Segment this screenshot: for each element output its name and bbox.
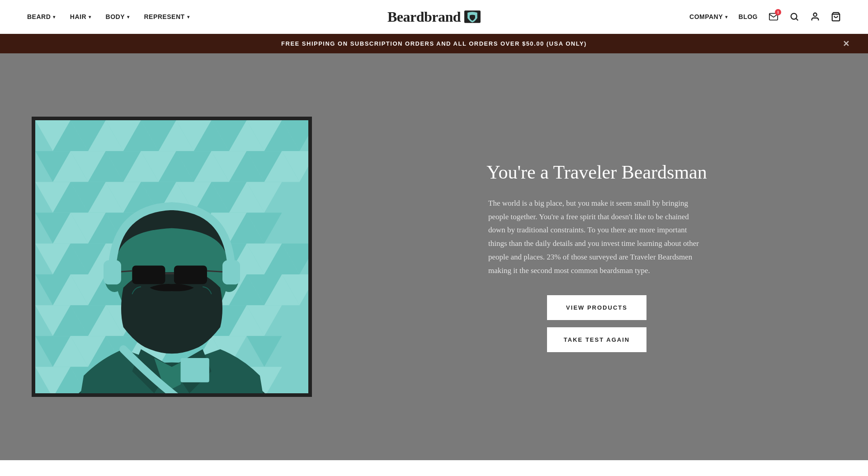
svg-rect-127 bbox=[180, 358, 209, 382]
beardbrand-logo-icon bbox=[464, 10, 481, 23]
result-description: The world is a big place, but you make i… bbox=[488, 197, 705, 278]
result-title: You're a Traveler Beardsman bbox=[486, 161, 707, 183]
cart-icon-button[interactable] bbox=[831, 12, 841, 22]
character-image-wrapper bbox=[32, 117, 312, 397]
nav-hair[interactable]: HAIR ▾ bbox=[70, 13, 91, 20]
nav-blog[interactable]: BLOG bbox=[739, 13, 758, 20]
take-test-again-button[interactable]: TAKE TEST AGAIN bbox=[547, 327, 646, 352]
svg-point-1 bbox=[791, 14, 797, 19]
account-icon-button[interactable] bbox=[810, 12, 820, 22]
character-illustration bbox=[35, 120, 308, 393]
main-content: You're a Traveler Beardsman The world is… bbox=[0, 53, 868, 460]
svg-point-3 bbox=[813, 13, 816, 16]
chevron-company-icon: ▾ bbox=[725, 14, 728, 19]
nav-beard[interactable]: BEARD ▾ bbox=[27, 13, 56, 20]
character-image-panel bbox=[0, 53, 344, 460]
site-logo[interactable]: Beardbrand bbox=[387, 9, 481, 25]
nav-left: BEARD ▾ HAIR ▾ BODY ▾ REPRESENT ▾ bbox=[27, 13, 189, 20]
svg-rect-133 bbox=[174, 265, 207, 284]
svg-rect-138 bbox=[222, 260, 240, 285]
chevron-hair-icon: ▾ bbox=[89, 14, 91, 19]
view-products-button[interactable]: VIEW PRODUCTS bbox=[547, 295, 646, 320]
svg-rect-137 bbox=[104, 260, 121, 285]
nav-right: COMPANY ▾ BLOG 1 bbox=[689, 12, 841, 22]
svg-line-2 bbox=[796, 19, 798, 20]
promo-close-button[interactable]: ✕ bbox=[843, 39, 850, 49]
nav-company[interactable]: COMPANY ▾ bbox=[689, 13, 728, 20]
search-icon-button[interactable] bbox=[789, 12, 799, 22]
email-icon-button[interactable]: 1 bbox=[769, 12, 778, 22]
chevron-represent-icon: ▾ bbox=[187, 14, 190, 19]
action-buttons: VIEW PRODUCTS TAKE TEST AGAIN bbox=[547, 295, 646, 352]
result-info-panel: You're a Traveler Beardsman The world is… bbox=[344, 53, 868, 460]
nav-represent[interactable]: REPRESENT ▾ bbox=[144, 13, 189, 20]
nav-body[interactable]: BODY ▾ bbox=[106, 13, 130, 20]
promo-banner: FREE SHIPPING ON SUBSCRIPTION ORDERS AND… bbox=[0, 34, 868, 53]
svg-rect-132 bbox=[132, 265, 165, 284]
chevron-body-icon: ▾ bbox=[127, 14, 130, 19]
site-header: BEARD ▾ HAIR ▾ BODY ▾ REPRESENT ▾ Beardb… bbox=[0, 0, 868, 34]
chevron-beard-icon: ▾ bbox=[53, 14, 56, 19]
email-badge: 1 bbox=[775, 9, 781, 15]
